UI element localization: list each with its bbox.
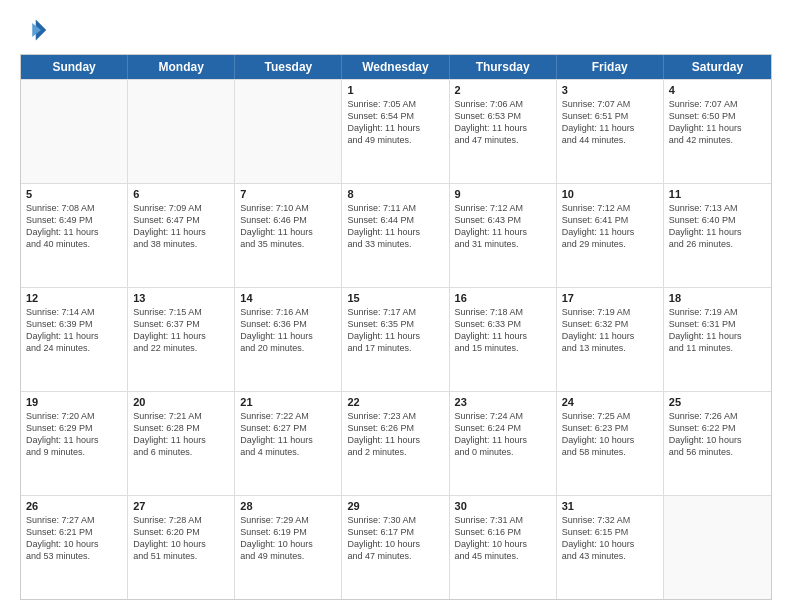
cal-cell: 29Sunrise: 7:30 AM Sunset: 6:17 PM Dayli…	[342, 496, 449, 599]
day-info: Sunrise: 7:21 AM Sunset: 6:28 PM Dayligh…	[133, 410, 229, 459]
day-number: 9	[455, 188, 551, 200]
cal-cell: 3Sunrise: 7:07 AM Sunset: 6:51 PM Daylig…	[557, 80, 664, 183]
day-info: Sunrise: 7:26 AM Sunset: 6:22 PM Dayligh…	[669, 410, 766, 459]
day-info: Sunrise: 7:15 AM Sunset: 6:37 PM Dayligh…	[133, 306, 229, 355]
calendar-body: 1Sunrise: 7:05 AM Sunset: 6:54 PM Daylig…	[21, 79, 771, 599]
day-info: Sunrise: 7:30 AM Sunset: 6:17 PM Dayligh…	[347, 514, 443, 563]
cal-cell: 2Sunrise: 7:06 AM Sunset: 6:53 PM Daylig…	[450, 80, 557, 183]
day-number: 13	[133, 292, 229, 304]
day-number: 6	[133, 188, 229, 200]
day-info: Sunrise: 7:11 AM Sunset: 6:44 PM Dayligh…	[347, 202, 443, 251]
cal-cell: 13Sunrise: 7:15 AM Sunset: 6:37 PM Dayli…	[128, 288, 235, 391]
header	[20, 16, 772, 44]
day-number: 7	[240, 188, 336, 200]
cal-cell: 31Sunrise: 7:32 AM Sunset: 6:15 PM Dayli…	[557, 496, 664, 599]
cal-cell: 15Sunrise: 7:17 AM Sunset: 6:35 PM Dayli…	[342, 288, 449, 391]
cal-row-0: 1Sunrise: 7:05 AM Sunset: 6:54 PM Daylig…	[21, 79, 771, 183]
day-number: 31	[562, 500, 658, 512]
day-number: 21	[240, 396, 336, 408]
cal-cell	[128, 80, 235, 183]
cal-cell: 6Sunrise: 7:09 AM Sunset: 6:47 PM Daylig…	[128, 184, 235, 287]
cal-cell: 4Sunrise: 7:07 AM Sunset: 6:50 PM Daylig…	[664, 80, 771, 183]
cal-header-sunday: Sunday	[21, 55, 128, 79]
day-number: 27	[133, 500, 229, 512]
day-info: Sunrise: 7:07 AM Sunset: 6:51 PM Dayligh…	[562, 98, 658, 147]
day-number: 16	[455, 292, 551, 304]
day-number: 15	[347, 292, 443, 304]
day-number: 18	[669, 292, 766, 304]
day-info: Sunrise: 7:27 AM Sunset: 6:21 PM Dayligh…	[26, 514, 122, 563]
day-number: 12	[26, 292, 122, 304]
day-info: Sunrise: 7:23 AM Sunset: 6:26 PM Dayligh…	[347, 410, 443, 459]
cal-cell: 5Sunrise: 7:08 AM Sunset: 6:49 PM Daylig…	[21, 184, 128, 287]
cal-cell: 23Sunrise: 7:24 AM Sunset: 6:24 PM Dayli…	[450, 392, 557, 495]
day-number: 29	[347, 500, 443, 512]
day-number: 11	[669, 188, 766, 200]
day-number: 14	[240, 292, 336, 304]
day-info: Sunrise: 7:06 AM Sunset: 6:53 PM Dayligh…	[455, 98, 551, 147]
day-info: Sunrise: 7:32 AM Sunset: 6:15 PM Dayligh…	[562, 514, 658, 563]
day-info: Sunrise: 7:13 AM Sunset: 6:40 PM Dayligh…	[669, 202, 766, 251]
day-number: 17	[562, 292, 658, 304]
logo	[20, 16, 52, 44]
day-number: 20	[133, 396, 229, 408]
day-number: 26	[26, 500, 122, 512]
cal-row-2: 12Sunrise: 7:14 AM Sunset: 6:39 PM Dayli…	[21, 287, 771, 391]
day-number: 10	[562, 188, 658, 200]
day-info: Sunrise: 7:10 AM Sunset: 6:46 PM Dayligh…	[240, 202, 336, 251]
day-info: Sunrise: 7:07 AM Sunset: 6:50 PM Dayligh…	[669, 98, 766, 147]
cal-cell: 20Sunrise: 7:21 AM Sunset: 6:28 PM Dayli…	[128, 392, 235, 495]
day-info: Sunrise: 7:18 AM Sunset: 6:33 PM Dayligh…	[455, 306, 551, 355]
day-info: Sunrise: 7:22 AM Sunset: 6:27 PM Dayligh…	[240, 410, 336, 459]
day-info: Sunrise: 7:29 AM Sunset: 6:19 PM Dayligh…	[240, 514, 336, 563]
day-number: 2	[455, 84, 551, 96]
cal-header-thursday: Thursday	[450, 55, 557, 79]
cal-header-tuesday: Tuesday	[235, 55, 342, 79]
cal-cell: 30Sunrise: 7:31 AM Sunset: 6:16 PM Dayli…	[450, 496, 557, 599]
page: SundayMondayTuesdayWednesdayThursdayFrid…	[0, 0, 792, 612]
cal-cell: 27Sunrise: 7:28 AM Sunset: 6:20 PM Dayli…	[128, 496, 235, 599]
day-number: 24	[562, 396, 658, 408]
cal-header-friday: Friday	[557, 55, 664, 79]
day-info: Sunrise: 7:17 AM Sunset: 6:35 PM Dayligh…	[347, 306, 443, 355]
day-info: Sunrise: 7:09 AM Sunset: 6:47 PM Dayligh…	[133, 202, 229, 251]
calendar-header: SundayMondayTuesdayWednesdayThursdayFrid…	[21, 55, 771, 79]
cal-cell: 26Sunrise: 7:27 AM Sunset: 6:21 PM Dayli…	[21, 496, 128, 599]
cal-row-1: 5Sunrise: 7:08 AM Sunset: 6:49 PM Daylig…	[21, 183, 771, 287]
cal-cell: 21Sunrise: 7:22 AM Sunset: 6:27 PM Dayli…	[235, 392, 342, 495]
day-number: 5	[26, 188, 122, 200]
cal-cell: 11Sunrise: 7:13 AM Sunset: 6:40 PM Dayli…	[664, 184, 771, 287]
day-number: 30	[455, 500, 551, 512]
day-number: 22	[347, 396, 443, 408]
day-info: Sunrise: 7:28 AM Sunset: 6:20 PM Dayligh…	[133, 514, 229, 563]
cal-cell	[235, 80, 342, 183]
cal-cell: 16Sunrise: 7:18 AM Sunset: 6:33 PM Dayli…	[450, 288, 557, 391]
cal-cell: 18Sunrise: 7:19 AM Sunset: 6:31 PM Dayli…	[664, 288, 771, 391]
day-info: Sunrise: 7:25 AM Sunset: 6:23 PM Dayligh…	[562, 410, 658, 459]
day-info: Sunrise: 7:12 AM Sunset: 6:43 PM Dayligh…	[455, 202, 551, 251]
day-number: 4	[669, 84, 766, 96]
cal-cell: 19Sunrise: 7:20 AM Sunset: 6:29 PM Dayli…	[21, 392, 128, 495]
day-number: 3	[562, 84, 658, 96]
day-info: Sunrise: 7:20 AM Sunset: 6:29 PM Dayligh…	[26, 410, 122, 459]
day-info: Sunrise: 7:24 AM Sunset: 6:24 PM Dayligh…	[455, 410, 551, 459]
day-number: 8	[347, 188, 443, 200]
cal-cell: 24Sunrise: 7:25 AM Sunset: 6:23 PM Dayli…	[557, 392, 664, 495]
cal-header-monday: Monday	[128, 55, 235, 79]
cal-row-4: 26Sunrise: 7:27 AM Sunset: 6:21 PM Dayli…	[21, 495, 771, 599]
cal-row-3: 19Sunrise: 7:20 AM Sunset: 6:29 PM Dayli…	[21, 391, 771, 495]
day-info: Sunrise: 7:19 AM Sunset: 6:31 PM Dayligh…	[669, 306, 766, 355]
cal-cell: 1Sunrise: 7:05 AM Sunset: 6:54 PM Daylig…	[342, 80, 449, 183]
day-number: 25	[669, 396, 766, 408]
day-info: Sunrise: 7:16 AM Sunset: 6:36 PM Dayligh…	[240, 306, 336, 355]
day-number: 23	[455, 396, 551, 408]
cal-cell: 25Sunrise: 7:26 AM Sunset: 6:22 PM Dayli…	[664, 392, 771, 495]
cal-header-wednesday: Wednesday	[342, 55, 449, 79]
cal-header-saturday: Saturday	[664, 55, 771, 79]
calendar: SundayMondayTuesdayWednesdayThursdayFrid…	[20, 54, 772, 600]
day-info: Sunrise: 7:05 AM Sunset: 6:54 PM Dayligh…	[347, 98, 443, 147]
cal-cell: 7Sunrise: 7:10 AM Sunset: 6:46 PM Daylig…	[235, 184, 342, 287]
cal-cell	[664, 496, 771, 599]
cal-cell: 10Sunrise: 7:12 AM Sunset: 6:41 PM Dayli…	[557, 184, 664, 287]
day-info: Sunrise: 7:12 AM Sunset: 6:41 PM Dayligh…	[562, 202, 658, 251]
